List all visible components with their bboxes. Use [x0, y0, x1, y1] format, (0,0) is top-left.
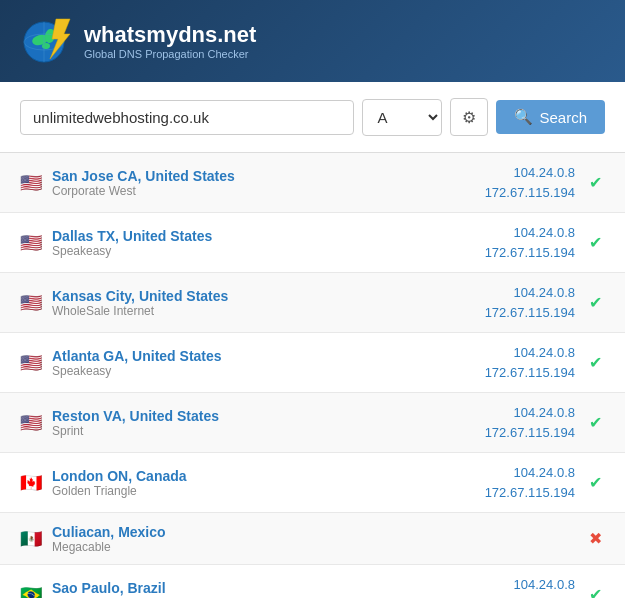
table-row: 🇲🇽Culiacan, MexicoMegacable✖ [0, 513, 625, 565]
flag-icon: 🇺🇸 [20, 415, 42, 431]
city-name: Sao Paulo, Brazil [52, 580, 485, 596]
ip-addresses: 104.24.0.8172.67.115.194 [485, 403, 575, 442]
table-row: 🇺🇸Atlanta GA, United StatesSpeakeasy104.… [0, 333, 625, 393]
location-info: Sao Paulo, BrazilUniverso Online [52, 580, 485, 599]
logo-text: whatsmydns.net Global DNS Propagation Ch… [84, 22, 256, 60]
settings-button[interactable]: ⚙ [450, 98, 488, 136]
ip-value: 104.24.0.8 [514, 283, 575, 303]
search-input[interactable] [20, 100, 354, 135]
table-row: 🇺🇸San Jose CA, United StatesCorporate We… [0, 153, 625, 213]
table-row: 🇧🇷Sao Paulo, BrazilUniverso Online104.24… [0, 565, 625, 598]
flag-icon: 🇺🇸 [20, 355, 42, 371]
ip-value: 104.24.0.8 [514, 223, 575, 243]
table-row: 🇺🇸Kansas City, United StatesWholeSale In… [0, 273, 625, 333]
location-info: Dallas TX, United StatesSpeakeasy [52, 228, 485, 258]
check-icon: ✔ [585, 353, 605, 372]
ip-value: 104.24.0.8 [514, 163, 575, 183]
isp-name: WholeSale Internet [52, 304, 485, 318]
logo-icon [20, 14, 74, 68]
gear-icon: ⚙ [462, 108, 476, 127]
flag-icon: 🇨🇦 [20, 475, 42, 491]
ip-addresses: 104.24.0.8172.67.115.194 [485, 575, 575, 598]
location-info: London ON, CanadaGolden Triangle [52, 468, 485, 498]
ip-value: 172.67.115.194 [485, 303, 575, 323]
table-row: 🇺🇸Reston VA, United StatesSprint104.24.0… [0, 393, 625, 453]
flag-icon: 🇲🇽 [20, 531, 42, 547]
isp-name: Speakeasy [52, 364, 485, 378]
ip-value: 172.67.115.194 [485, 363, 575, 383]
isp-name: Megacable [52, 540, 575, 554]
search-label: Search [539, 109, 587, 126]
location-info: San Jose CA, United StatesCorporate West [52, 168, 485, 198]
error-icon: ✖ [585, 529, 605, 548]
search-icon: 🔍 [514, 108, 533, 126]
check-icon: ✔ [585, 585, 605, 598]
check-icon: ✔ [585, 293, 605, 312]
flag-icon: 🇺🇸 [20, 295, 42, 311]
check-icon: ✔ [585, 173, 605, 192]
results-list: 🇺🇸San Jose CA, United StatesCorporate We… [0, 153, 625, 598]
city-name: Dallas TX, United States [52, 228, 485, 244]
ip-value: 172.67.115.194 [485, 483, 575, 503]
location-info: Kansas City, United StatesWholeSale Inte… [52, 288, 485, 318]
city-name: Kansas City, United States [52, 288, 485, 304]
ip-addresses: 104.24.0.8172.67.115.194 [485, 223, 575, 262]
ip-value: 172.67.115.194 [485, 595, 575, 599]
location-info: Reston VA, United StatesSprint [52, 408, 485, 438]
table-row: 🇺🇸Dallas TX, United StatesSpeakeasy104.2… [0, 213, 625, 273]
isp-name: Sprint [52, 424, 485, 438]
city-name: Reston VA, United States [52, 408, 485, 424]
flag-icon: 🇧🇷 [20, 587, 42, 599]
ip-value: 104.24.0.8 [514, 343, 575, 363]
ip-addresses: 104.24.0.8172.67.115.194 [485, 343, 575, 382]
location-info: Culiacan, MexicoMegacable [52, 524, 575, 554]
ip-value: 172.67.115.194 [485, 243, 575, 263]
isp-name: Speakeasy [52, 244, 485, 258]
record-type-select[interactable]: A AAAA MX CNAME TXT NS [362, 99, 442, 136]
check-icon: ✔ [585, 413, 605, 432]
city-name: Atlanta GA, United States [52, 348, 485, 364]
header: whatsmydns.net Global DNS Propagation Ch… [0, 0, 625, 82]
city-name: London ON, Canada [52, 468, 485, 484]
ip-value: 104.24.0.8 [514, 403, 575, 423]
isp-name: Golden Triangle [52, 484, 485, 498]
check-icon: ✔ [585, 473, 605, 492]
site-name: whatsmydns.net [84, 22, 256, 48]
site-tagline: Global DNS Propagation Checker [84, 48, 256, 60]
logo: whatsmydns.net Global DNS Propagation Ch… [20, 14, 256, 68]
flag-icon: 🇺🇸 [20, 235, 42, 251]
search-bar: A AAAA MX CNAME TXT NS ⚙ 🔍 Search [0, 82, 625, 153]
ip-value: 104.24.0.8 [514, 463, 575, 483]
check-icon: ✔ [585, 233, 605, 252]
ip-value: 104.24.0.8 [514, 575, 575, 595]
flag-icon: 🇺🇸 [20, 175, 42, 191]
isp-name: Corporate West [52, 184, 485, 198]
ip-value: 172.67.115.194 [485, 183, 575, 203]
ip-addresses: 104.24.0.8172.67.115.194 [485, 463, 575, 502]
table-row: 🇨🇦London ON, CanadaGolden Triangle104.24… [0, 453, 625, 513]
city-name: Culiacan, Mexico [52, 524, 575, 540]
location-info: Atlanta GA, United StatesSpeakeasy [52, 348, 485, 378]
search-button[interactable]: 🔍 Search [496, 100, 605, 134]
ip-addresses: 104.24.0.8172.67.115.194 [485, 163, 575, 202]
ip-value: 172.67.115.194 [485, 423, 575, 443]
ip-addresses: 104.24.0.8172.67.115.194 [485, 283, 575, 322]
city-name: San Jose CA, United States [52, 168, 485, 184]
